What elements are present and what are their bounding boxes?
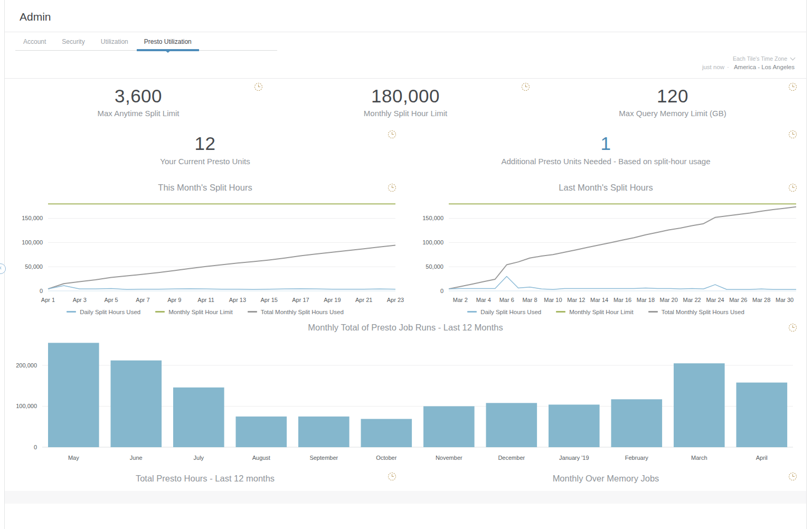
svg-text:Mar 30: Mar 30 <box>775 297 793 303</box>
kpi-label: Your Current Presto Units <box>5 157 405 166</box>
svg-text:0: 0 <box>440 287 443 294</box>
chart-title: This Month's Split Hours <box>5 180 405 193</box>
clock-icon[interactable] <box>254 82 263 91</box>
legend-item[interactable]: Total Monthly Split Hours Used <box>648 309 744 315</box>
svg-text:Mar 10: Mar 10 <box>544 297 562 303</box>
svg-text:August: August <box>252 455 270 461</box>
svg-text:Mar 2: Mar 2 <box>452 297 467 303</box>
kpi-tile-monthly-split-hour-limit: 180,000 Monthly Split Hour Limit <box>272 79 539 127</box>
svg-text:Mar 26: Mar 26 <box>729 297 747 303</box>
svg-text:50,000: 50,000 <box>426 263 443 270</box>
legend-swatch <box>648 311 658 313</box>
svg-text:Apr 1: Apr 1 <box>41 297 54 303</box>
legend-swatch <box>556 311 565 313</box>
svg-text:200,000: 200,000 <box>16 362 37 368</box>
kpi-value: 120 <box>539 86 806 107</box>
chevron-down-icon <box>790 55 796 61</box>
svg-text:September: September <box>309 455 338 461</box>
svg-text:April: April <box>756 455 768 461</box>
svg-text:November: November <box>436 455 462 461</box>
this-month-split-hours-tile: This Month's Split Hours 050,000100,0001… <box>5 180 405 315</box>
svg-text:Apr 19: Apr 19 <box>324 297 341 303</box>
svg-text:Apr 15: Apr 15 <box>260 297 277 303</box>
legend-swatch <box>155 311 165 313</box>
svg-text:100,000: 100,000 <box>422 239 443 245</box>
clock-icon[interactable] <box>788 323 797 332</box>
chart-title: Monthly Over Memory Jobs <box>405 468 806 488</box>
bottom-tiles-row: Total Presto Hours - Last 12 months Mont… <box>5 468 806 488</box>
last-updated-text: just now <box>702 64 724 70</box>
this-month-split-hours-chart[interactable]: 050,000100,000150,000Apr 1Apr 3Apr 5Apr … <box>7 196 404 307</box>
svg-text:0: 0 <box>39 287 42 294</box>
svg-text:Mar 4: Mar 4 <box>476 297 490 303</box>
svg-text:March: March <box>691 455 707 461</box>
legend-item[interactable]: Monthly Split Hour Limit <box>155 309 232 315</box>
chart-title: Last Month's Split Hours <box>405 180 806 193</box>
kpi-label: Max Query Memory Limit (GB) <box>539 109 806 118</box>
svg-text:Apr 9: Apr 9 <box>167 297 181 303</box>
svg-text:Apr 11: Apr 11 <box>197 297 214 303</box>
svg-text:Mar 20: Mar 20 <box>659 297 677 303</box>
tab-security[interactable]: Security <box>54 32 92 50</box>
timezone-selector-label: Each Tile's Time Zone <box>733 55 787 62</box>
svg-text:Apr 5: Apr 5 <box>104 297 118 303</box>
presto-job-runs-chart[interactable]: 0100,000200,000MayJuneJulyAugustSeptembe… <box>10 336 801 465</box>
legend-swatch <box>467 311 477 313</box>
kpi-tile-max-anytime-split-limit: 3,600 Max Anytime Split Limit <box>5 79 272 127</box>
kpi-label: Monthly Split Hour Limit <box>272 109 539 118</box>
kpi-value: 180,000 <box>272 86 539 107</box>
clock-icon[interactable] <box>521 82 530 91</box>
tab-utilization[interactable]: Utilization <box>93 32 136 50</box>
kpi-row-2: 12 Your Current Presto Units 1 Additiona… <box>5 126 806 174</box>
clock-icon[interactable] <box>788 472 797 481</box>
svg-text:Mar 16: Mar 16 <box>613 297 631 303</box>
chart-legend: Daily Split Hours UsedMonthly Split Hour… <box>5 309 405 315</box>
svg-text:150,000: 150,000 <box>22 215 43 221</box>
kpi-value: 3,600 <box>5 86 272 107</box>
legend-item[interactable]: Daily Split Hours Used <box>467 309 541 315</box>
svg-text:Apr 7: Apr 7 <box>136 297 149 303</box>
kpi-value: 12 <box>5 134 405 154</box>
clock-icon[interactable] <box>388 472 396 481</box>
svg-text:May: May <box>68 455 79 461</box>
total-presto-hours-tile: Total Presto Hours - Last 12 months <box>5 468 405 488</box>
line-charts-row: This Month's Split Hours 050,000100,0001… <box>5 180 806 315</box>
svg-text:Mar 14: Mar 14 <box>590 297 608 303</box>
kpi-tile-additional-presto-units: 1 Additional Presto Units Needed - Based… <box>405 126 806 174</box>
legend-item[interactable]: Monthly Split Hour Limit <box>556 309 633 315</box>
svg-text:Mar 22: Mar 22 <box>683 297 701 303</box>
timezone-control[interactable]: Each Tile's Time Zone just now·America -… <box>5 51 806 78</box>
last-month-split-hours-chart[interactable]: 050,000100,000150,000Mar 2Mar 4Mar 6Mar … <box>408 196 805 307</box>
legend-item[interactable]: Total Monthly Split Hours Used <box>248 309 344 315</box>
svg-text:Mar 8: Mar 8 <box>522 297 537 303</box>
svg-text:Apr 13: Apr 13 <box>229 297 246 303</box>
tab-presto-utilization[interactable]: Presto Utilization <box>136 32 200 50</box>
presto-job-runs-tile: Monthly Total of Presto Job Runs - Last … <box>5 319 806 465</box>
svg-text:July: July <box>194 455 204 461</box>
separator: · <box>727 64 729 70</box>
clock-icon[interactable] <box>788 82 797 91</box>
monthly-over-memory-jobs-tile: Monthly Over Memory Jobs <box>405 468 806 488</box>
dashboard-frame: Admin Account Security Utilization Prest… <box>4 0 807 529</box>
kpi-tile-max-query-memory-limit: 120 Max Query Memory Limit (GB) <box>539 79 806 127</box>
svg-text:0: 0 <box>34 443 37 450</box>
clock-icon[interactable] <box>388 183 396 192</box>
svg-text:Mar 24: Mar 24 <box>706 297 724 303</box>
kpi-label: Max Anytime Split Limit <box>5 109 272 118</box>
clock-icon[interactable] <box>388 130 396 139</box>
clock-icon[interactable] <box>788 130 797 139</box>
tab-account[interactable]: Account <box>15 32 54 50</box>
svg-text:50,000: 50,000 <box>25 263 43 270</box>
clock-icon[interactable] <box>788 183 797 192</box>
svg-text:December: December <box>498 455 525 461</box>
svg-text:Apr 3: Apr 3 <box>72 297 86 303</box>
svg-text:Apr 23: Apr 23 <box>386 297 403 303</box>
svg-text:Mar 28: Mar 28 <box>752 297 770 303</box>
svg-text:100,000: 100,000 <box>16 403 37 409</box>
kpi-label: Additional Presto Units Needed - Based o… <box>405 157 806 166</box>
tab-bar: Account Security Utilization Presto Util… <box>15 32 277 51</box>
legend-item[interactable]: Daily Split Hours Used <box>67 309 140 315</box>
svg-text:June: June <box>130 455 143 461</box>
svg-text:Mar 12: Mar 12 <box>567 297 585 303</box>
timezone-selector[interactable]: Each Tile's Time Zone <box>5 55 795 63</box>
